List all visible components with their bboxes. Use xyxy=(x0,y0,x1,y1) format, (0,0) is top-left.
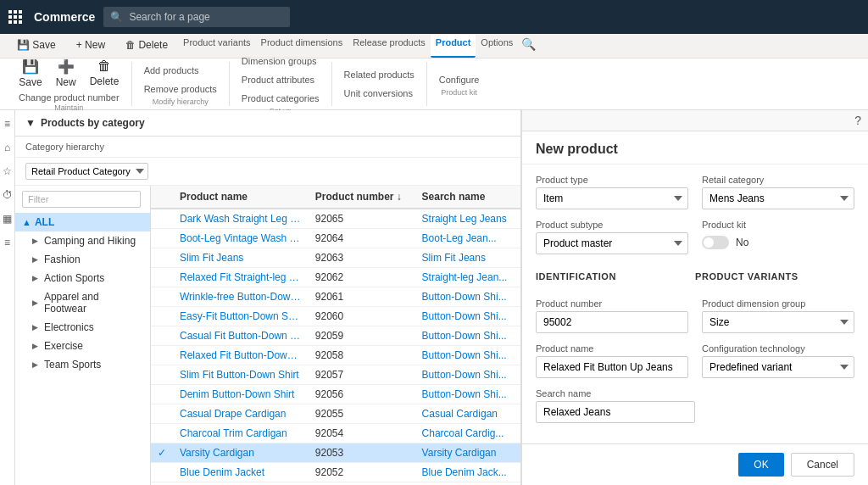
row-check: ✓ xyxy=(151,443,173,463)
np-product-number-input[interactable] xyxy=(536,311,688,333)
sidebar-home-icon[interactable]: ⌂ xyxy=(1,141,14,154)
tree-item-all[interactable]: ▲ ALL xyxy=(15,213,150,231)
row-check xyxy=(151,463,173,482)
remove-products-link[interactable]: Remove products xyxy=(139,81,222,98)
table-row[interactable]: Dark Wash Straight Leg Jeans92065Straigh… xyxy=(151,209,520,229)
sidebar-modules-icon[interactable]: ▦ xyxy=(1,212,14,226)
tab-product[interactable]: Product xyxy=(431,34,476,58)
tree-item-teamsports[interactable]: ▶ Team Sports xyxy=(15,355,150,374)
panel-title: Products by category xyxy=(41,117,145,129)
table-row[interactable]: Relaxed Fit Straight-leg Jeans92062Strai… xyxy=(151,268,520,287)
row-product-name[interactable]: All Season Windbreaker xyxy=(173,482,309,486)
np-search-name-row: Search name xyxy=(536,388,854,423)
table-row[interactable]: Relaxed Fit Button-Down Shirt92058Button… xyxy=(151,346,520,365)
table-row[interactable]: Slim Fit Jeans92063Slim Fit Jeans xyxy=(151,248,520,268)
new-button[interactable]: ➕ New xyxy=(51,57,81,90)
search-nav-input[interactable] xyxy=(103,7,290,27)
row-product-name[interactable]: Denim Button-Down Shirt xyxy=(173,385,309,404)
tab-options[interactable]: Options xyxy=(476,34,518,58)
row-product-name[interactable]: Easy-Fit Button-Down Shirt xyxy=(173,307,309,326)
table-row[interactable]: All Season Windbreaker92051Windbreaker xyxy=(151,482,520,486)
np-search-name-field: Search name xyxy=(536,388,695,423)
tab-delete-btn[interactable]: 🗑 Delete xyxy=(115,34,178,58)
th-product-number[interactable]: Product number ↓ xyxy=(309,186,415,209)
ribbon-search-icon[interactable]: 🔍 xyxy=(518,34,539,58)
table-row[interactable]: Denim Button-Down Shirt92056Button-Down … xyxy=(151,385,520,404)
table-row[interactable]: Blue Denim Jacket92052Blue Denim Jack... xyxy=(151,463,520,482)
table-row[interactable]: Wrinkle-free Button-Down Shirt92061Butto… xyxy=(151,287,520,307)
row-product-name[interactable]: Boot-Leg Vintage Wash Jeans xyxy=(173,229,309,248)
np-product-subtype-label: Product subtype xyxy=(536,220,688,230)
row-product-name[interactable]: Varsity Cardigan xyxy=(173,443,309,463)
table-row[interactable]: Boot-Leg Vintage Wash Jeans92064Boot-Leg… xyxy=(151,229,520,248)
category-select[interactable]: Retail Product Category xyxy=(25,163,148,180)
row-product-name[interactable]: Casual Fit Button-Down Shirt xyxy=(173,326,309,346)
tree-item-camping[interactable]: ▶ Camping and Hiking xyxy=(15,231,150,250)
row-product-name[interactable]: Casual Drape Cardigan xyxy=(173,404,309,424)
np-product-type-label: Product type xyxy=(536,175,688,185)
table-row[interactable]: Charcoal Trim Cardigan92054Charcoal Card… xyxy=(151,424,520,443)
np-retail-category-select[interactable]: Mens Jeans xyxy=(702,187,854,209)
table-row[interactable]: Easy-Fit Button-Down Shirt92060Button-Do… xyxy=(151,307,520,326)
tree-item-apparel[interactable]: ▶ Apparel and Footwear xyxy=(15,287,150,318)
th-search-name[interactable]: Search name xyxy=(415,186,520,209)
tree-item-fashion[interactable]: ▶ Fashion xyxy=(15,250,150,269)
help-icon[interactable]: ? xyxy=(854,114,861,127)
product-categories-link[interactable]: Product categories xyxy=(236,90,325,107)
np-product-subtype-select[interactable]: Product master xyxy=(536,232,688,254)
tab-save-btn-area[interactable]: 💾 Save xyxy=(7,34,66,58)
np-product-name-input[interactable] xyxy=(536,356,688,378)
related-products-link[interactable]: Related products xyxy=(339,66,420,83)
row-check xyxy=(151,326,173,346)
row-product-name[interactable]: Charcoal Trim Cardigan xyxy=(173,424,309,443)
unit-conversions-link[interactable]: Unit conversions xyxy=(339,85,420,102)
dimension-groups-link[interactable]: Dimension groups xyxy=(236,53,325,70)
delete-button[interactable]: 🗑 Delete xyxy=(85,57,125,90)
row-check xyxy=(151,209,173,229)
table-row[interactable]: Slim Fit Button-Down Shirt92057Button-Do… xyxy=(151,365,520,385)
sidebar-menu-icon[interactable]: ≡ xyxy=(1,117,14,131)
modify-label: Modify hierarchy xyxy=(153,98,209,106)
row-search-name: Straight Leg Jeans xyxy=(415,209,520,229)
tree-item-action[interactable]: ▶ Action Sports xyxy=(15,269,150,287)
np-product-type-select[interactable]: Item xyxy=(536,187,688,209)
row-product-name[interactable]: Dark Wash Straight Leg Jeans xyxy=(173,209,309,229)
table-row[interactable]: Casual Drape Cardigan92055Casual Cardiga… xyxy=(151,404,520,424)
configure-link[interactable]: Configure xyxy=(434,71,485,88)
product-attributes-link[interactable]: Product attributes xyxy=(236,71,325,88)
row-product-name[interactable]: Relaxed Fit Straight-leg Jeans xyxy=(173,268,309,287)
row-check xyxy=(151,307,173,326)
save-label: Save xyxy=(19,76,42,88)
new-label: New xyxy=(56,76,76,88)
row-product-name[interactable]: Slim Fit Jeans xyxy=(173,248,309,268)
row-product-name[interactable]: Relaxed Fit Button-Down Shirt xyxy=(173,346,309,365)
add-products-link[interactable]: Add products xyxy=(139,62,222,79)
tree-item-exercise[interactable]: ▶ Exercise xyxy=(15,337,150,355)
np-config-tech-select[interactable]: Predefined variant xyxy=(702,356,854,378)
filter-input[interactable] xyxy=(22,191,141,208)
app-grid-icon[interactable] xyxy=(8,10,22,24)
product-variants-section-title: PRODUCT VARIANTS xyxy=(695,271,854,282)
row-product-name[interactable]: Slim Fit Button-Down Shirt xyxy=(173,365,309,385)
sidebar-recent-icon[interactable]: ⏱ xyxy=(1,188,14,202)
table-row[interactable]: Casual Fit Button-Down Shirt92059Button-… xyxy=(151,326,520,346)
np-search-name-input[interactable] xyxy=(536,401,695,423)
th-product-name[interactable]: Product name xyxy=(173,186,309,209)
save-button[interactable]: 💾 Save xyxy=(14,57,47,90)
tab-new-btn[interactable]: + New xyxy=(66,34,115,58)
cancel-button[interactable]: Cancel xyxy=(791,453,854,477)
tree-item-electronics[interactable]: ▶ Electronics xyxy=(15,318,150,337)
np-dimension-group-select[interactable]: Size xyxy=(702,311,854,333)
np-name-config-row: Product name Configuration technology Pr… xyxy=(536,343,854,378)
row-product-number: 92055 xyxy=(309,404,415,424)
table-row[interactable]: ✓Varsity Cardigan92053Varsity Cardigan xyxy=(151,443,520,463)
np-product-kit-toggle[interactable] xyxy=(702,236,729,249)
row-product-name[interactable]: Blue Denim Jacket xyxy=(173,463,309,482)
tab-release-products[interactable]: Release products xyxy=(348,34,431,58)
row-product-name[interactable]: Wrinkle-free Button-Down Shirt xyxy=(173,287,309,307)
sidebar-list-icon[interactable]: ≡ xyxy=(1,236,14,249)
tree-label-action: Action Sports xyxy=(44,272,104,284)
sidebar-star-icon[interactable]: ☆ xyxy=(1,164,14,178)
ok-button[interactable]: OK xyxy=(738,453,783,477)
np-product-kit-value: No xyxy=(736,237,748,248)
